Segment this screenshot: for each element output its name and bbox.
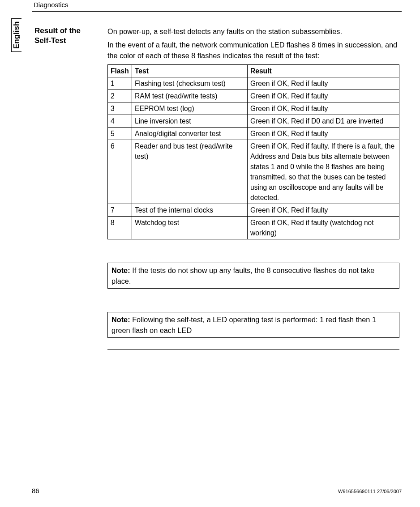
body: On power-up, a self-test detects any fau… [107,26,403,350]
cell-flash: 1 [108,77,132,90]
table-row: 3 EEPROM test (log) Green if OK, Red if … [108,102,399,115]
cell-flash: 8 [108,217,132,239]
header-rule [32,11,402,12]
content: Result of the Self-Test On power-up, a s… [34,26,402,350]
cell-flash: 4 [108,115,132,128]
cell-result: Green if OK, Red if faulty [248,204,399,217]
cell-test: Flashing test (checksum test) [132,77,248,90]
note-text-1: If the tests do not show up any faults, … [111,266,374,285]
table-row: 5 Analog/digital converter test Green if… [108,128,399,140]
page-number: 86 [32,487,39,494]
table-row: 8 Watchdog test Green if OK, Red if faul… [108,217,399,239]
page: Diagnostics English Result of the Self-T… [0,0,420,507]
note-box-2: Note: Following the self-test, a LED ope… [107,312,399,338]
table-row: 7 Test of the internal clocks Green if O… [108,204,399,217]
table-row: 1 Flashing test (checksum test) Green if… [108,77,399,90]
cell-test: Watchdog test [132,217,248,239]
cell-test: Analog/digital converter test [132,128,248,140]
cell-test: Test of the internal clocks [132,204,248,217]
note-box-1: Note: If the tests do not show up any fa… [107,263,399,289]
header-section: Diagnostics [20,0,403,9]
cell-result: Green if OK, Red if faulty [248,102,399,115]
section-end-rule [107,349,399,350]
th-result: Result [248,65,399,77]
self-test-table: Flash Test Result 1 Flashing test (check… [107,64,399,239]
table-header-row: Flash Test Result [108,65,399,77]
table-row: 6 Reader and bus test (read/write test) … [108,140,399,204]
th-test: Test [132,65,248,77]
cell-result: Green if OK, Red if D0 and D1 are invert… [248,115,399,128]
cell-flash: 6 [108,140,132,204]
cell-result: Green if OK, Red if faulty. If there is … [248,140,399,204]
th-flash: Flash [108,65,132,77]
cell-test: RAM test (read/write tests) [132,90,248,102]
cell-result: Green if OK, Red if faulty [248,90,399,102]
cell-flash: 3 [108,102,132,115]
section-title: Result of the Self-Test [34,26,95,46]
table-row: 2 RAM test (read/write tests) Green if O… [108,90,399,102]
footer-rule [32,484,402,484]
cell-flash: 5 [108,128,132,140]
note-label: Note: [111,315,130,324]
note-label: Note: [111,266,130,274]
intro-p2: In the event of a fault, the network com… [107,39,403,61]
cell-test: Reader and bus test (read/write test) [132,140,248,204]
cell-flash: 2 [108,90,132,102]
note-text-2: Following the self-test, a LED operating… [111,315,376,334]
language-tab: English [11,18,21,52]
cell-test: Line inversion test [132,115,248,128]
table-row: 4 Line inversion test Green if OK, Red i… [108,115,399,128]
cell-result: Green if OK, Red if faulty [248,128,399,140]
cell-result: Green if OK, Red if faulty (watchdog not… [248,217,399,239]
intro-p1: On power-up, a self-test detects any fau… [107,26,403,37]
cell-flash: 7 [108,204,132,217]
cell-test: EEPROM test (log) [132,102,248,115]
document-id: W916556690111 27/06/2007 [338,489,402,494]
footer: 86 W916556690111 27/06/2007 [32,484,403,494]
cell-result: Green if OK, Red if faulty [248,77,399,90]
